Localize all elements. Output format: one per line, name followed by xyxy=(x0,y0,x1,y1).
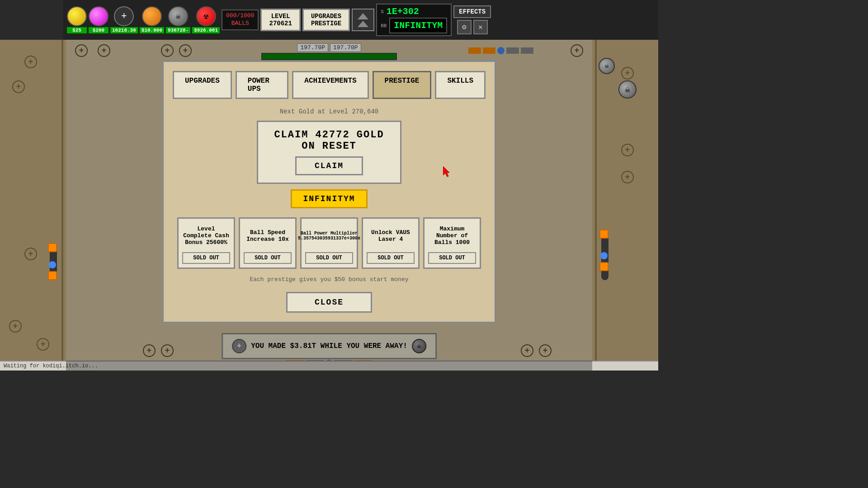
red-ball[interactable]: ☢ xyxy=(196,6,216,26)
settings-icon[interactable]: ⚙ xyxy=(457,20,472,34)
upgrade-card-0: Level Complete Cash Bonus 25600% SOLD OU… xyxy=(177,217,235,269)
skull-right: ☠ xyxy=(618,80,637,99)
tab-powerups[interactable]: POWER UPS xyxy=(236,71,289,99)
upgrade-sold-4: SOLD OUT xyxy=(428,252,476,264)
slider-left-handle-bot[interactable] xyxy=(48,271,57,280)
balls-count-text: 000/1000 xyxy=(226,12,254,20)
upgrade-sold-2: SOLD OUT xyxy=(305,252,353,264)
game-area: + + + + + + ☠ + + + + + + + xyxy=(0,40,658,371)
ball-price-2: $200 xyxy=(89,27,108,33)
infinitym-value: INFINITYM xyxy=(389,18,447,33)
plus-right-2[interactable]: + xyxy=(621,171,634,183)
modal: UPGRADES POWER UPS ACHIEVEMENTS PRESTIGE… xyxy=(162,60,496,324)
upgrade-sold-3: SOLD OUT xyxy=(367,252,415,264)
plus-ball-1[interactable]: + xyxy=(114,6,134,26)
ball-price-3: 16218.36 xyxy=(110,27,138,33)
upgrade-sold-1: SOLD OUT xyxy=(244,252,292,264)
level-value: 270621 xyxy=(269,20,292,27)
slider-left-handle-top[interactable] xyxy=(48,243,57,252)
slider-right-handle-top[interactable] xyxy=(599,230,609,239)
wall-left: + + + + + + xyxy=(0,40,63,371)
ball-slot-pink: $200 xyxy=(89,6,108,33)
ball-price-4: $10.000 xyxy=(140,27,164,33)
next-gold-text: Next Gold at Level 270,640 xyxy=(280,108,378,115)
slider-right-handle-bot[interactable] xyxy=(599,262,609,271)
ball-slot-plus1: + 16218.36 xyxy=(110,6,138,33)
pink-ball[interactable] xyxy=(89,6,108,26)
upgrade-name-3: Unlock VAUS Laser 4 xyxy=(367,222,415,249)
upgrade-card-4: Maximum Number of Balls 1000 SOLD OUT xyxy=(423,217,481,269)
ball-price-5: 936728- xyxy=(166,27,190,33)
s-currency-row: S 1E+302 xyxy=(381,6,447,17)
close-button[interactable]: CLOSE xyxy=(286,292,372,313)
ball-slot-red: ☢ $926.081 xyxy=(192,6,220,33)
ball-slot-orange: $10.000 xyxy=(140,6,164,33)
wall-right: ☠ + + + xyxy=(595,40,658,371)
slider-left-track xyxy=(50,243,57,280)
ball-price-1: $25 xyxy=(67,27,87,33)
prestige-upgrades: Level Complete Cash Bonus 25600% SOLD OU… xyxy=(177,217,481,269)
tab-upgrades[interactable]: UPGRADES xyxy=(173,71,232,99)
plus-right-3[interactable]: + xyxy=(621,67,634,80)
modal-tabs: UPGRADES POWER UPS ACHIEVEMENTS PRESTIGE… xyxy=(173,71,486,99)
ball-slot-skull: ☠ 936728- xyxy=(166,6,190,33)
claim-button[interactable]: CLAIM xyxy=(295,156,363,175)
upgrades-prestige-btn[interactable]: UPGRADES PRESTIGE xyxy=(302,9,350,31)
tab-achievements[interactable]: ACHIEVEMENTS xyxy=(292,71,368,99)
balls-counter: 000/1000 BALLS xyxy=(222,9,259,30)
upgrades-label: UPGRADES xyxy=(311,13,341,20)
ball-slot-yellow: $25 xyxy=(67,6,87,33)
upgrade-name-4: Maximum Number of Balls 1000 xyxy=(428,222,476,249)
claim-title: CLAIM 42772 GOLD ON RESET xyxy=(269,129,389,152)
plus-left-3[interactable]: + xyxy=(24,248,37,260)
upgrade-card-2: Ball Power Multiplier5.357543035931337e+… xyxy=(300,217,358,269)
s-label: S xyxy=(381,9,384,14)
claim-box: CLAIM 42772 GOLD ON RESET CLAIM xyxy=(257,121,401,184)
prestige-content: Next Gold at Level 270,640 CLAIM 42772 G… xyxy=(173,108,486,313)
mute-icon[interactable]: ✕ xyxy=(473,20,488,34)
tab-prestige[interactable]: PRESTIGE xyxy=(373,71,432,99)
yellow-ball[interactable] xyxy=(67,6,87,26)
s-value: 1E+302 xyxy=(387,6,419,17)
upgrade-card-1: Ball Speed Increase 10x SOLD OUT xyxy=(239,217,297,269)
upgrade-name-2: Ball Power Multiplier5.357543035931337e+… xyxy=(298,222,360,249)
plus-left-4[interactable]: + xyxy=(9,320,22,333)
plus-right-1[interactable]: + xyxy=(621,144,634,156)
plus-left-2[interactable]: + xyxy=(12,80,25,93)
plus-left-1[interactable]: + xyxy=(24,56,37,68)
balls-label: BALLS xyxy=(226,20,254,28)
tab-skills[interactable]: SKILLS xyxy=(435,71,486,99)
slider-right-track xyxy=(601,230,609,280)
board-skull: ☠ xyxy=(599,58,615,74)
upgrade-card-3: Unlock VAUS Laser 4 SOLD OUT xyxy=(362,217,420,269)
slider-left-dot xyxy=(49,261,56,268)
bb-currency-row: BB INFINITYM xyxy=(381,18,447,33)
sound-controls: ⚙ ✕ xyxy=(457,20,488,34)
bonus-text: Each prestige gives you $50 bonus start … xyxy=(250,276,408,283)
top-bar: $25 $200 + 16218.36 $10.000 ☠ 936728- ☢ … xyxy=(63,0,658,40)
effects-button[interactable]: EFFECTS xyxy=(453,5,491,18)
modal-overlay: UPGRADES POWER UPS ACHIEVEMENTS PRESTIGE… xyxy=(66,40,592,371)
skull-ball-top[interactable]: ☠ xyxy=(168,6,188,26)
level-display: LEVEL 270621 xyxy=(260,9,300,31)
currency-display: S 1E+302 BB INFINITYM xyxy=(376,4,452,36)
plus-left-5[interactable]: + xyxy=(37,338,49,351)
infinitym-badge[interactable]: INFINITYM xyxy=(291,189,367,208)
prestige-label: PRESTIGE xyxy=(311,20,341,27)
upgrade-name-1: Ball Speed Increase 10x xyxy=(244,222,292,249)
level-label: LEVEL xyxy=(269,13,292,20)
main-board: + + + + 197.70P 197.70P + ☠ xyxy=(63,40,595,371)
upgrade-name-0: Level Complete Cash Bonus 25600% xyxy=(182,222,230,249)
ball-price-6: $926.081 xyxy=(192,27,220,33)
slider-right-dot xyxy=(600,252,608,259)
orange-ball[interactable] xyxy=(142,6,162,26)
rank-button[interactable] xyxy=(352,9,374,31)
bb-label: BB xyxy=(381,23,387,28)
upgrade-sold-0: SOLD OUT xyxy=(182,252,230,264)
